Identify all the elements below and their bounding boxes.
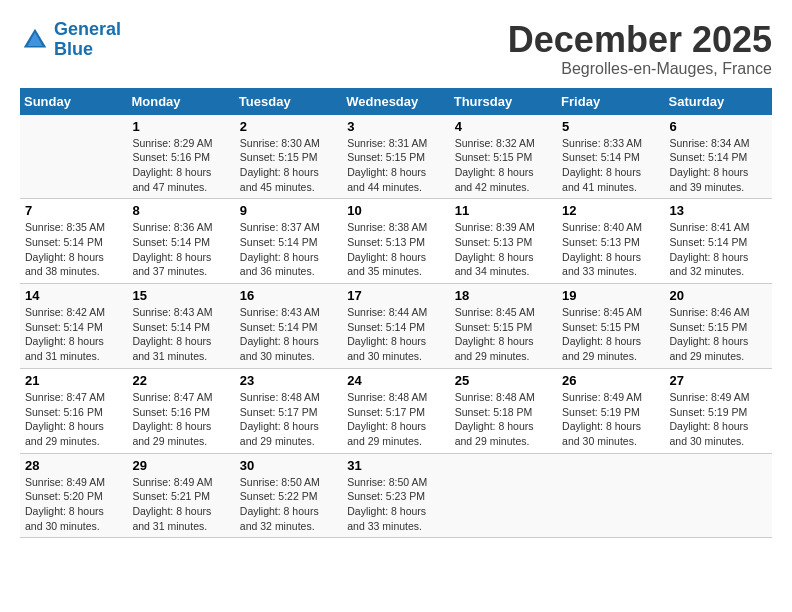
day-number: 5 [562, 119, 659, 134]
day-number: 21 [25, 373, 122, 388]
calendar-cell [665, 453, 772, 538]
day-number: 4 [455, 119, 552, 134]
day-info: Sunrise: 8:44 AMSunset: 5:14 PMDaylight:… [347, 305, 444, 364]
calendar-cell: 20Sunrise: 8:46 AMSunset: 5:15 PMDayligh… [665, 284, 772, 369]
day-number: 18 [455, 288, 552, 303]
day-info: Sunrise: 8:50 AMSunset: 5:22 PMDaylight:… [240, 475, 337, 534]
logo-line1: General [54, 19, 121, 39]
day-number: 25 [455, 373, 552, 388]
day-number: 24 [347, 373, 444, 388]
calendar-cell [20, 115, 127, 199]
day-number: 7 [25, 203, 122, 218]
logo-line2: Blue [54, 39, 93, 59]
calendar-cell: 15Sunrise: 8:43 AMSunset: 5:14 PMDayligh… [127, 284, 234, 369]
calendar-cell: 24Sunrise: 8:48 AMSunset: 5:17 PMDayligh… [342, 368, 449, 453]
weekday-header-thursday: Thursday [450, 88, 557, 115]
day-number: 11 [455, 203, 552, 218]
week-row-4: 21Sunrise: 8:47 AMSunset: 5:16 PMDayligh… [20, 368, 772, 453]
calendar-cell: 18Sunrise: 8:45 AMSunset: 5:15 PMDayligh… [450, 284, 557, 369]
day-info: Sunrise: 8:48 AMSunset: 5:17 PMDaylight:… [347, 390, 444, 449]
day-info: Sunrise: 8:35 AMSunset: 5:14 PMDaylight:… [25, 220, 122, 279]
calendar-cell: 27Sunrise: 8:49 AMSunset: 5:19 PMDayligh… [665, 368, 772, 453]
day-info: Sunrise: 8:33 AMSunset: 5:14 PMDaylight:… [562, 136, 659, 195]
day-info: Sunrise: 8:29 AMSunset: 5:16 PMDaylight:… [132, 136, 229, 195]
day-info: Sunrise: 8:40 AMSunset: 5:13 PMDaylight:… [562, 220, 659, 279]
day-number: 28 [25, 458, 122, 473]
weekday-header-friday: Friday [557, 88, 664, 115]
calendar-cell: 30Sunrise: 8:50 AMSunset: 5:22 PMDayligh… [235, 453, 342, 538]
weekday-header-row: SundayMondayTuesdayWednesdayThursdayFrid… [20, 88, 772, 115]
month-title: December 2025 [508, 20, 772, 60]
calendar-cell: 23Sunrise: 8:48 AMSunset: 5:17 PMDayligh… [235, 368, 342, 453]
day-number: 14 [25, 288, 122, 303]
weekday-header-wednesday: Wednesday [342, 88, 449, 115]
day-info: Sunrise: 8:38 AMSunset: 5:13 PMDaylight:… [347, 220, 444, 279]
day-number: 8 [132, 203, 229, 218]
week-row-2: 7Sunrise: 8:35 AMSunset: 5:14 PMDaylight… [20, 199, 772, 284]
calendar-cell: 28Sunrise: 8:49 AMSunset: 5:20 PMDayligh… [20, 453, 127, 538]
calendar-cell: 29Sunrise: 8:49 AMSunset: 5:21 PMDayligh… [127, 453, 234, 538]
calendar-cell: 19Sunrise: 8:45 AMSunset: 5:15 PMDayligh… [557, 284, 664, 369]
calendar-cell: 2Sunrise: 8:30 AMSunset: 5:15 PMDaylight… [235, 115, 342, 199]
calendar-cell: 17Sunrise: 8:44 AMSunset: 5:14 PMDayligh… [342, 284, 449, 369]
day-info: Sunrise: 8:48 AMSunset: 5:18 PMDaylight:… [455, 390, 552, 449]
title-area: December 2025 Begrolles-en-Mauges, Franc… [508, 20, 772, 78]
day-number: 20 [670, 288, 767, 303]
day-number: 31 [347, 458, 444, 473]
day-info: Sunrise: 8:37 AMSunset: 5:14 PMDaylight:… [240, 220, 337, 279]
day-number: 9 [240, 203, 337, 218]
day-info: Sunrise: 8:45 AMSunset: 5:15 PMDaylight:… [562, 305, 659, 364]
calendar-cell: 7Sunrise: 8:35 AMSunset: 5:14 PMDaylight… [20, 199, 127, 284]
day-info: Sunrise: 8:50 AMSunset: 5:23 PMDaylight:… [347, 475, 444, 534]
week-row-3: 14Sunrise: 8:42 AMSunset: 5:14 PMDayligh… [20, 284, 772, 369]
day-info: Sunrise: 8:49 AMSunset: 5:20 PMDaylight:… [25, 475, 122, 534]
day-info: Sunrise: 8:47 AMSunset: 5:16 PMDaylight:… [25, 390, 122, 449]
logo-icon [20, 25, 50, 55]
day-number: 12 [562, 203, 659, 218]
calendar-cell: 9Sunrise: 8:37 AMSunset: 5:14 PMDaylight… [235, 199, 342, 284]
day-number: 26 [562, 373, 659, 388]
calendar-cell: 11Sunrise: 8:39 AMSunset: 5:13 PMDayligh… [450, 199, 557, 284]
calendar-table: SundayMondayTuesdayWednesdayThursdayFrid… [20, 88, 772, 539]
weekday-header-tuesday: Tuesday [235, 88, 342, 115]
day-info: Sunrise: 8:47 AMSunset: 5:16 PMDaylight:… [132, 390, 229, 449]
day-number: 16 [240, 288, 337, 303]
day-info: Sunrise: 8:42 AMSunset: 5:14 PMDaylight:… [25, 305, 122, 364]
calendar-cell: 4Sunrise: 8:32 AMSunset: 5:15 PMDaylight… [450, 115, 557, 199]
calendar-cell: 31Sunrise: 8:50 AMSunset: 5:23 PMDayligh… [342, 453, 449, 538]
day-info: Sunrise: 8:43 AMSunset: 5:14 PMDaylight:… [132, 305, 229, 364]
day-info: Sunrise: 8:41 AMSunset: 5:14 PMDaylight:… [670, 220, 767, 279]
calendar-cell: 16Sunrise: 8:43 AMSunset: 5:14 PMDayligh… [235, 284, 342, 369]
day-info: Sunrise: 8:31 AMSunset: 5:15 PMDaylight:… [347, 136, 444, 195]
logo-text: General Blue [54, 20, 121, 60]
calendar-cell: 21Sunrise: 8:47 AMSunset: 5:16 PMDayligh… [20, 368, 127, 453]
weekday-header-monday: Monday [127, 88, 234, 115]
location-title: Begrolles-en-Mauges, France [508, 60, 772, 78]
day-number: 13 [670, 203, 767, 218]
week-row-1: 1Sunrise: 8:29 AMSunset: 5:16 PMDaylight… [20, 115, 772, 199]
calendar-cell: 14Sunrise: 8:42 AMSunset: 5:14 PMDayligh… [20, 284, 127, 369]
calendar-cell: 3Sunrise: 8:31 AMSunset: 5:15 PMDaylight… [342, 115, 449, 199]
day-number: 17 [347, 288, 444, 303]
calendar-cell: 26Sunrise: 8:49 AMSunset: 5:19 PMDayligh… [557, 368, 664, 453]
day-number: 15 [132, 288, 229, 303]
header: General Blue December 2025 Begrolles-en-… [20, 20, 772, 78]
day-number: 2 [240, 119, 337, 134]
calendar-cell: 6Sunrise: 8:34 AMSunset: 5:14 PMDaylight… [665, 115, 772, 199]
day-number: 6 [670, 119, 767, 134]
day-info: Sunrise: 8:48 AMSunset: 5:17 PMDaylight:… [240, 390, 337, 449]
day-info: Sunrise: 8:32 AMSunset: 5:15 PMDaylight:… [455, 136, 552, 195]
calendar-cell [450, 453, 557, 538]
logo: General Blue [20, 20, 121, 60]
calendar-cell: 12Sunrise: 8:40 AMSunset: 5:13 PMDayligh… [557, 199, 664, 284]
day-number: 10 [347, 203, 444, 218]
calendar-cell: 13Sunrise: 8:41 AMSunset: 5:14 PMDayligh… [665, 199, 772, 284]
calendar-cell: 5Sunrise: 8:33 AMSunset: 5:14 PMDaylight… [557, 115, 664, 199]
calendar-cell [557, 453, 664, 538]
day-number: 19 [562, 288, 659, 303]
day-number: 27 [670, 373, 767, 388]
day-info: Sunrise: 8:39 AMSunset: 5:13 PMDaylight:… [455, 220, 552, 279]
calendar-cell: 1Sunrise: 8:29 AMSunset: 5:16 PMDaylight… [127, 115, 234, 199]
calendar-cell: 22Sunrise: 8:47 AMSunset: 5:16 PMDayligh… [127, 368, 234, 453]
day-info: Sunrise: 8:43 AMSunset: 5:14 PMDaylight:… [240, 305, 337, 364]
